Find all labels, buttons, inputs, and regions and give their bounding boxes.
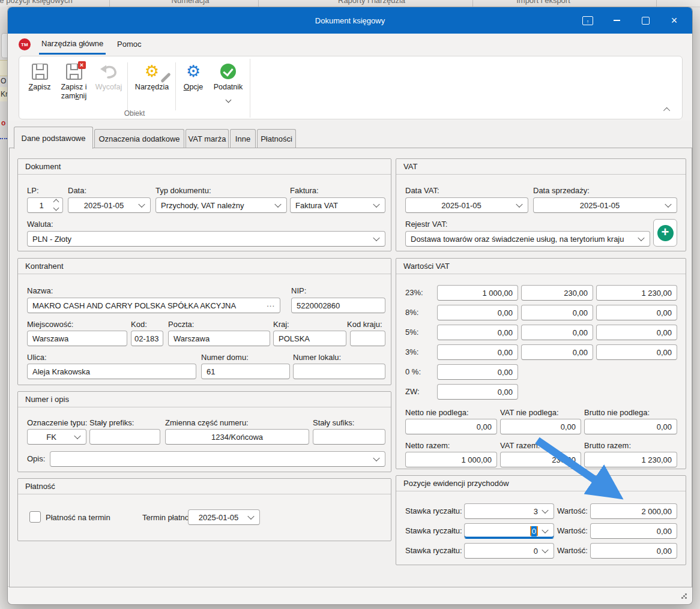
brutto-8-field[interactable]: 0,00 xyxy=(596,305,677,320)
dock-window-button[interactable]: ↑ xyxy=(573,7,602,34)
browse-contractor-button[interactable]: ... xyxy=(267,299,275,308)
numer-lokalu-field[interactable] xyxy=(293,364,385,379)
resize-grip[interactable] xyxy=(681,593,687,599)
save-label: Zapisz xyxy=(24,83,55,92)
tab-platnosci[interactable]: Płatności xyxy=(257,129,296,148)
brutto-razem-field[interactable]: 1 230,00 xyxy=(584,452,677,467)
netto-23-field[interactable]: 1 000,00 xyxy=(437,285,518,301)
chevron-down-icon xyxy=(138,201,145,208)
opis-combobox[interactable] xyxy=(50,451,385,467)
netto-nie-podlega-field[interactable]: 0,00 xyxy=(405,419,497,434)
lp-stepper[interactable]: 1 xyxy=(27,197,63,213)
vat-23-field[interactable]: 230,00 xyxy=(521,285,593,301)
vat-3-field[interactable]: 0,00 xyxy=(521,344,593,360)
data-vat-combobox[interactable]: 2025-01-05 xyxy=(405,197,528,213)
chevron-down-icon xyxy=(373,235,379,241)
faktura-label: Faktura: xyxy=(290,186,319,195)
group-wartosci-vat: Wartości VAT 23%: 1 000,00 230,00 1 230,… xyxy=(396,258,686,469)
close-badge-icon: × xyxy=(78,61,86,69)
waluta-value: PLN - Złoty xyxy=(32,235,71,244)
netto-0-field[interactable]: 0,00 xyxy=(437,364,518,380)
data-sprzedazy-label: Data sprzedaży: xyxy=(533,186,590,195)
brutto-23-field[interactable]: 1 230,00 xyxy=(596,285,677,301)
termin-platnosci-combobox[interactable]: 2025-01-05 xyxy=(188,509,260,525)
stawka-ryczaltu-combobox-3[interactable]: 0 xyxy=(464,543,554,559)
rate-0-label: 0 %: xyxy=(405,367,421,376)
staly-prefiks-label: Stały prefiks: xyxy=(89,418,134,427)
minimize-button[interactable] xyxy=(602,7,631,34)
miejscowosc-field[interactable]: Warszawa xyxy=(27,331,127,346)
data-date-combobox[interactable]: 2025-01-05 xyxy=(68,197,151,213)
maximize-button[interactable] xyxy=(631,7,660,34)
poczta-field[interactable]: Warszawa xyxy=(168,331,270,346)
tools-label: Narzędzia xyxy=(131,83,173,92)
chevron-down-icon xyxy=(542,547,548,553)
typ-dokumentu-combobox[interactable]: Przychody, VAT należny xyxy=(155,197,287,213)
ribbon-tab-help[interactable]: Pomoc xyxy=(115,34,143,55)
stawka-ryczaltu-combobox-2[interactable]: 0 xyxy=(464,523,554,539)
staly-sufiks-field[interactable] xyxy=(313,429,385,445)
ribbon-tab-row xyxy=(8,34,692,55)
tab-vat-marza[interactable]: VAT marża xyxy=(186,129,229,148)
vat-nie-podlega-field[interactable]: 0,00 xyxy=(500,419,581,434)
vat-8-field[interactable]: 0,00 xyxy=(521,305,593,320)
wartosc-field-2[interactable]: 0,00 xyxy=(590,523,677,539)
kod-kraju-field[interactable] xyxy=(350,331,385,346)
numer-domu-field[interactable]: 61 xyxy=(201,364,290,379)
close-button[interactable]: × xyxy=(660,7,689,34)
ribbon-tab-home[interactable]: Narzędzia główne xyxy=(39,34,106,55)
options-gear-icon: ⚙ xyxy=(186,63,201,80)
waluta-combobox[interactable]: PLN - Złoty xyxy=(27,231,385,247)
brutto-3-field[interactable]: 0,00 xyxy=(596,344,677,360)
divider xyxy=(258,0,259,7)
brutto-nie-podlega-field[interactable]: 0,00 xyxy=(584,419,677,434)
tab-inne[interactable]: Inne xyxy=(230,129,256,148)
zmienna-czesc-field[interactable]: 1234/Końcowa xyxy=(165,429,309,445)
tab-dane-podstawowe[interactable]: Dane podstawowe xyxy=(14,127,93,149)
miejscowosc-value: Warszawa xyxy=(32,334,68,343)
platnosc-na-termin-checkbox[interactable] xyxy=(29,511,41,523)
parent-group-label: Import i eksport xyxy=(516,0,570,5)
screen: nie pozycji księgowych Numeracja Raporty… xyxy=(0,0,700,609)
nip-value: 5220002860 xyxy=(297,301,340,310)
netto-zw-field[interactable]: 0,00 xyxy=(437,384,518,400)
netto-3-field[interactable]: 0,00 xyxy=(437,344,518,360)
staly-prefiks-field[interactable] xyxy=(89,429,160,445)
netto-razem-field[interactable]: 1 000,00 xyxy=(405,452,497,467)
ulica-field[interactable]: Aleja Krakowska xyxy=(27,364,196,379)
add-vat-register-button[interactable]: + xyxy=(653,219,677,247)
collapse-ribbon-button[interactable] xyxy=(662,106,674,114)
kod-field[interactable]: 02-183 xyxy=(131,331,163,346)
undo-label: Wycofaj xyxy=(92,83,125,92)
typ-dokumentu-value: Przychody, VAT należny xyxy=(161,201,244,210)
rejestr-vat-combobox[interactable]: Dostawa towarów oraz świadczenie usług, … xyxy=(405,231,650,247)
app-logo[interactable]: TM xyxy=(19,38,31,50)
faktura-combobox[interactable]: Faktura VAT xyxy=(290,197,385,213)
data-sprzedazy-combobox[interactable]: 2025-01-05 xyxy=(533,197,677,213)
spinner-arrows-icon[interactable] xyxy=(54,200,58,210)
vat-5-field[interactable]: 0,00 xyxy=(521,325,593,340)
oznaczenie-typu-combobox[interactable]: FK xyxy=(27,429,86,445)
rejestr-vat-label: Rejestr VAT: xyxy=(405,220,447,229)
stawka-ryczaltu-combobox-1[interactable]: 3 xyxy=(464,503,554,519)
poczta-value: Warszawa xyxy=(173,334,210,343)
vat-razem-field[interactable]: 230,00 xyxy=(500,452,581,467)
group-title: Wartości VAT xyxy=(396,259,686,274)
nip-label: NIP: xyxy=(291,286,306,295)
titlebar[interactable]: Dokument księgowy ↑ × xyxy=(8,7,692,34)
ribbon-panel: Zapisz × Zapisz i zamknij xyxy=(19,56,683,119)
brutto-5-field[interactable]: 0,00 xyxy=(596,325,677,340)
nazwa-field[interactable]: MAKRO CASH AND CARRY POLSKA SPÓŁKA AKCYJ… xyxy=(27,298,280,313)
tab-oznaczenia-dodatkowe[interactable]: Oznaczenia dodatkowe xyxy=(94,129,184,148)
platnosc-na-termin-label: Płatność na termin xyxy=(46,513,110,522)
wartosc-field-1[interactable]: 2 000,00 xyxy=(590,503,677,519)
parent-text-fragment: o xyxy=(1,119,5,127)
wartosc-field-3[interactable]: 0,00 xyxy=(590,543,677,559)
chevron-down-icon xyxy=(542,507,548,514)
kraj-field[interactable]: POLSKA xyxy=(273,331,346,346)
netto-5-field[interactable]: 0,00 xyxy=(437,325,518,340)
nip-field[interactable]: 5220002860 xyxy=(291,298,385,313)
netto-8-field[interactable]: 0,00 xyxy=(437,305,518,320)
parent-fragment xyxy=(0,138,7,139)
parent-group-label: Numeracja xyxy=(172,0,210,5)
